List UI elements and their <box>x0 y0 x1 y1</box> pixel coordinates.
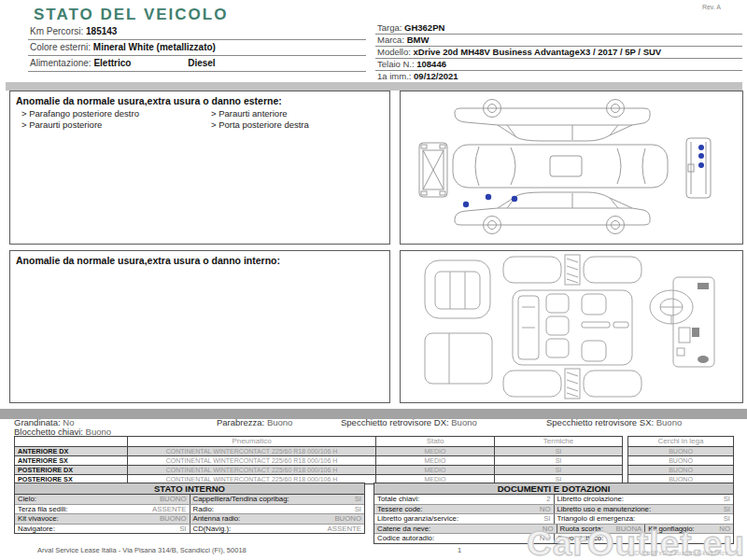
table-row: ANTERIORE SX CONTINENTAL WINTERCONTACT 2… <box>15 455 622 465</box>
stato-interno-title: STATO INTERNO <box>15 483 364 495</box>
external-anomalies-heading: Anomalie da normale usura,extra usura o … <box>10 91 389 108</box>
table-row: BUONO <box>628 465 733 474</box>
car-side-view-bottom <box>455 192 650 234</box>
damage-marker <box>463 202 469 207</box>
parcel-shelf-view <box>425 333 492 384</box>
car-rear-view <box>419 143 447 197</box>
rims-table: Cerchi in lega BUONO BUONO BUONO BUONO <box>627 436 734 484</box>
info-row-targa: Targa: GH362PN <box>375 22 742 35</box>
table-row: ANTERIORE DX CONTINENTAL WINTERCONTACT 2… <box>15 446 622 455</box>
anomaly-item: > Parafango posteriore destro <box>21 108 200 119</box>
car-front-view <box>686 138 711 198</box>
info-row-modello: Modello: xDrive 20d MH48V Business Advan… <box>375 47 742 59</box>
tire-table-header: Pneumatico Stato Termiche <box>15 437 622 446</box>
internal-anomalies-heading: Anomalie da normale usura,extra usura o … <box>10 251 389 268</box>
damage-marker <box>698 162 704 168</box>
table-row: Cielo:BUONO Cappelliera/Tendina copribag… <box>15 495 364 504</box>
table-row: Navigatore:SI CD(Navig.):ASSENTE <box>15 524 364 534</box>
exterior-car-diagram-svg <box>401 91 742 244</box>
anomaly-item: > Paraurti anteriore <box>211 108 389 119</box>
watermark-id-code: ID Ku0PxD-21ua6td-Gku82hcv <box>633 550 728 556</box>
interior-car-diagram-svg <box>401 251 742 402</box>
damage-marker <box>486 194 491 200</box>
table-row: BUONO <box>628 446 733 455</box>
condition-specchietto-dx: Specchietto retrovisore DX: Buono <box>341 417 477 427</box>
stato-interno-table: STATO INTERNO Cielo:BUONO Cappelliera/Te… <box>14 483 365 534</box>
footer-page-number: 1 <box>458 546 461 554</box>
table-row: Tessere code:NO Libretto uso e manutenzi… <box>374 504 733 514</box>
page-title: STATO DEL VEICOLO <box>34 6 228 24</box>
damage-marker <box>698 145 704 150</box>
info-row-alimentazione: Alimentazione: Elettrico Diesel <box>28 56 366 72</box>
dashboard-view <box>650 277 714 367</box>
external-anomalies-box: Anomalie da normale usura,extra usura o … <box>9 91 390 245</box>
tire-table: Pneumatico Stato Termiche ANTERIORE DX C… <box>14 436 623 484</box>
table-row: Terza fila sedili:ASSENTE Radio:SI <box>15 504 364 514</box>
revision-label: Rev. A <box>702 4 721 10</box>
anomaly-item: > Porta posteriore destra <box>211 119 389 131</box>
table-row: Kit vivavoce:BUONO Antenna radio:BUONO <box>15 513 364 524</box>
internal-anomalies-box: Anomalie da normale usura,extra usura o … <box>9 250 390 403</box>
anomaly-item: > Paraurti posteriore <box>21 119 200 131</box>
external-anomalies-list: > Parafango posteriore destro > Paraurti… <box>10 108 389 131</box>
table-row: POSTERIORE DX CONTINENTAL WINTERCONTACT … <box>15 465 622 474</box>
separator-bar-top <box>6 82 742 91</box>
car-side-view-top <box>455 100 650 142</box>
table-row: Libretto garanzia/service:SI Triangolo d… <box>374 513 733 524</box>
cabin-view <box>503 255 641 399</box>
footer-company-address: Arval Service Lease Italia - Via Pisana … <box>37 546 247 554</box>
info-row-marca: Marca: BMW <box>375 35 742 47</box>
trunk-view <box>425 260 490 318</box>
interior-diagram <box>400 250 743 403</box>
info-row-km: Km Percorsi: 185143 <box>28 24 366 40</box>
condition-specchietto-sx: Specchietto retrovisore SX: Buono <box>546 417 682 427</box>
condition-parabrezza: Parabrezza: Buono <box>217 417 292 427</box>
damage-marker <box>512 196 517 202</box>
info-row-telaio: Telaio N.: 108446 <box>375 59 742 71</box>
exterior-damage-diagram <box>400 91 743 245</box>
vehicle-info-right: Targa: GH362PN Marca: BMW Modello: xDriv… <box>375 22 742 83</box>
vehicle-info-left: Km Percorsi: 185143 Colore esterni: Mine… <box>28 24 366 72</box>
documenti-title: DOCUMENTI E DOTAZIONI <box>374 483 733 495</box>
damage-marker <box>698 153 704 159</box>
table-row: Totale chiavi:2 Libretto circolazione:SI <box>374 495 733 504</box>
info-row-colore: Colore esterni: Mineral White (metallizz… <box>28 40 366 56</box>
table-row: BUONO <box>628 455 733 465</box>
car-plan-view <box>453 145 668 188</box>
